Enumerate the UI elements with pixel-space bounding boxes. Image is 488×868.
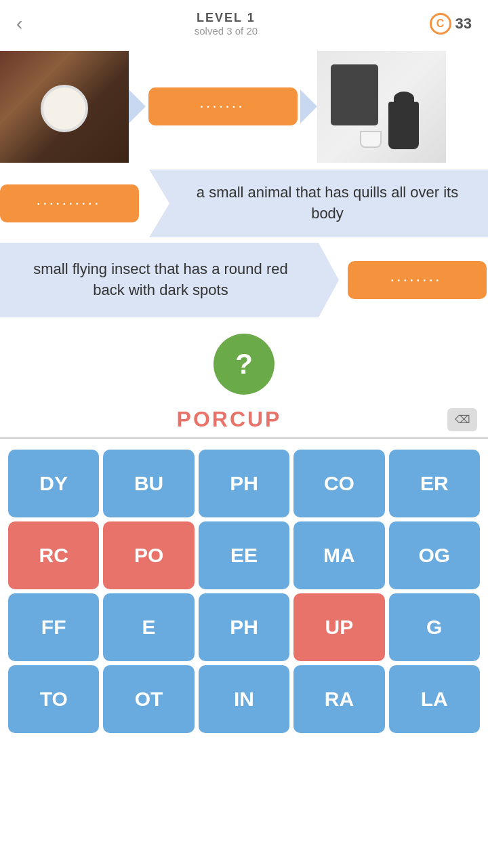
current-input: PORCUP bbox=[177, 407, 282, 431]
delete-icon: ⌫ bbox=[455, 413, 470, 426]
letter-tile[interactable]: E bbox=[103, 593, 194, 661]
question-area: ? bbox=[0, 334, 488, 395]
dots-text-1: ••••••• bbox=[201, 103, 246, 111]
puzzle-row-3: small flying insect that has a round red… bbox=[0, 243, 488, 317]
letter-grid: DYBUPHCOERRCPOEEMAOGFFEPHUPGTOOTINRALA bbox=[0, 450, 488, 733]
clue-text-3: small flying insect that has a round red… bbox=[16, 259, 305, 301]
input-area: PORCUP ⌫ bbox=[0, 407, 488, 439]
clue-box-3: small flying insect that has a round red… bbox=[0, 243, 339, 317]
letter-tile[interactable]: TO bbox=[8, 665, 99, 733]
letter-tile[interactable]: EE bbox=[199, 521, 289, 589]
letter-tile[interactable]: PH bbox=[199, 593, 289, 661]
question-mark: ? bbox=[235, 348, 253, 380]
clue-box-2: a small animal that has quills all over … bbox=[149, 170, 488, 237]
arrow-right-2 bbox=[300, 90, 317, 123]
dots-text-3: •••••••• bbox=[391, 277, 443, 284]
letter-tile[interactable]: UP bbox=[293, 593, 384, 661]
letter-tile[interactable]: MA bbox=[293, 521, 384, 589]
letter-tile[interactable]: OG bbox=[389, 521, 480, 589]
coin-icon: C bbox=[430, 13, 451, 35]
puzzle-image-2[interactable] bbox=[317, 51, 446, 163]
answer-box-2[interactable]: •••••••••• bbox=[0, 184, 139, 222]
back-button[interactable]: ‹ bbox=[16, 13, 22, 35]
dots-text-2: •••••••••• bbox=[37, 200, 102, 208]
letter-tile[interactable]: RA bbox=[293, 665, 384, 733]
coin-count: 33 bbox=[455, 15, 472, 33]
letter-tile[interactable]: ER bbox=[389, 450, 480, 517]
coins-display: C 33 bbox=[430, 13, 472, 35]
letter-tile[interactable]: IN bbox=[199, 665, 289, 733]
puzzle-image-1[interactable] bbox=[0, 51, 129, 163]
letter-tile[interactable]: LA bbox=[389, 665, 480, 733]
header-center: LEVEL 1 solved 3 of 20 bbox=[195, 11, 258, 37]
letter-tile[interactable]: PO bbox=[103, 521, 194, 589]
letter-tile[interactable]: DY bbox=[8, 450, 99, 517]
letter-tile[interactable]: OT bbox=[103, 665, 194, 733]
header: ‹ LEVEL 1 solved 3 of 20 C 33 bbox=[0, 0, 488, 42]
puzzle-row-1: ••••••• bbox=[0, 42, 488, 164]
letter-tile[interactable]: RC bbox=[8, 521, 99, 589]
letter-tile[interactable]: BU bbox=[103, 450, 194, 517]
answer-box-3[interactable]: •••••••• bbox=[348, 261, 487, 299]
solved-label: solved 3 of 20 bbox=[195, 25, 258, 37]
level-label: LEVEL 1 bbox=[195, 11, 258, 25]
answer-box-2-container: •••••••••• bbox=[0, 178, 149, 229]
answer-box-3-container: •••••••• bbox=[339, 254, 488, 306]
letter-tile[interactable]: G bbox=[389, 593, 480, 661]
question-circle: ? bbox=[214, 334, 274, 395]
answer-box-1[interactable]: ••••••• bbox=[148, 87, 298, 125]
arrow-right-1 bbox=[129, 90, 146, 123]
letter-tile[interactable]: CO bbox=[293, 450, 384, 517]
letter-tile[interactable]: PH bbox=[199, 450, 289, 517]
puzzle-row-2: •••••••••• a small animal that has quill… bbox=[0, 170, 488, 237]
letter-tile[interactable]: FF bbox=[8, 593, 99, 661]
clue-text-2: a small animal that has quills all over … bbox=[183, 182, 472, 224]
delete-button[interactable]: ⌫ bbox=[447, 408, 477, 431]
